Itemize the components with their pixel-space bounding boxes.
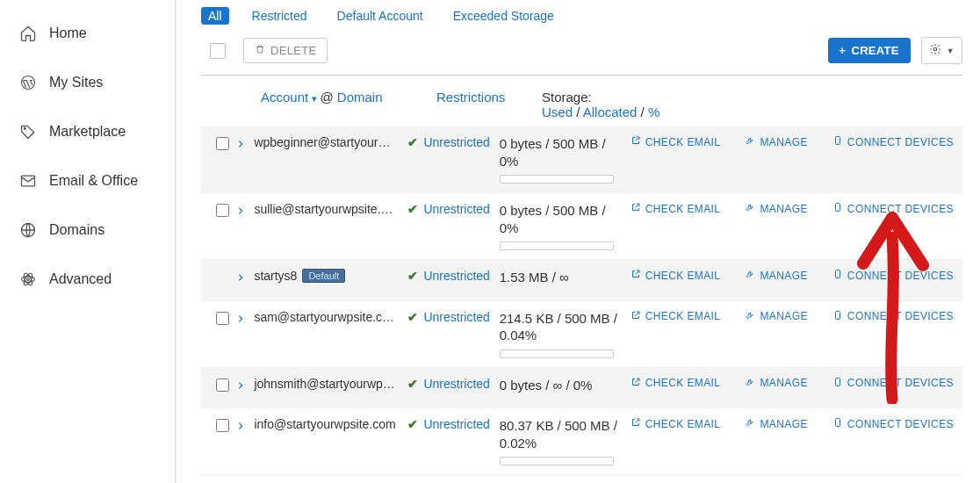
- external-link-icon: [631, 202, 641, 215]
- account-cell: startys8Default: [254, 269, 407, 283]
- expand-toggle[interactable]: [236, 310, 255, 326]
- nav-email-office[interactable]: Email & Office: [0, 156, 175, 205]
- restriction-cell: ✔ Unrestricted: [407, 417, 499, 431]
- filter-all[interactable]: All: [201, 7, 229, 25]
- filter-restricted[interactable]: Restricted: [245, 7, 314, 25]
- table-row: sam@startyourwpsite.com ✔ Unrestricted 2…: [201, 301, 962, 368]
- svg-point-1: [24, 127, 25, 129]
- connect-devices-action[interactable]: CONNECT DEVICES: [832, 135, 954, 148]
- wrench-icon: [745, 202, 755, 215]
- wrench-icon: [745, 269, 755, 282]
- manage-action[interactable]: MANAGE: [745, 377, 807, 390]
- connect-devices-action[interactable]: CONNECT DEVICES: [832, 202, 954, 215]
- storage-bar: [500, 175, 614, 184]
- select-all-checkbox[interactable]: [210, 43, 226, 59]
- restriction-link[interactable]: Unrestricted: [423, 202, 489, 216]
- restriction-cell: ✔ Unrestricted: [407, 269, 499, 283]
- header-percent[interactable]: %: [648, 105, 659, 119]
- device-icon: [832, 269, 843, 282]
- wrench-icon: [745, 377, 755, 390]
- storage-bar: [500, 457, 614, 465]
- restriction-link[interactable]: Unrestricted: [423, 417, 489, 431]
- nav-label: Domains: [49, 222, 104, 238]
- device-icon: [832, 202, 843, 215]
- header-used[interactable]: Used: [542, 105, 573, 119]
- row-checkbox[interactable]: [216, 419, 229, 432]
- external-link-icon: [631, 269, 641, 282]
- nav-my-sites[interactable]: My Sites: [0, 58, 175, 107]
- table-header: Account ▾ @ Domain Restrictions Storage:…: [201, 86, 962, 126]
- check-icon: ✔: [407, 377, 418, 391]
- expand-toggle[interactable]: [236, 269, 255, 285]
- expand-toggle[interactable]: [236, 417, 255, 433]
- trash-icon: [255, 44, 265, 57]
- wrench-icon: [745, 310, 755, 323]
- row-checkbox[interactable]: [216, 378, 229, 392]
- header-restrictions[interactable]: Restrictions: [436, 90, 542, 105]
- delete-button[interactable]: DELETE: [243, 38, 328, 63]
- expand-toggle[interactable]: [236, 135, 255, 151]
- svg-rect-2: [22, 176, 35, 186]
- expand-toggle[interactable]: [236, 202, 255, 218]
- nav-domains[interactable]: Domains: [0, 205, 175, 255]
- nav-label: My Sites: [49, 75, 103, 90]
- restriction-link[interactable]: Unrestricted: [423, 377, 489, 391]
- table-row: startys8Default ✔ Unrestricted 1.53 MB /…: [201, 260, 962, 301]
- manage-action[interactable]: MANAGE: [745, 202, 807, 215]
- connect-devices-action[interactable]: CONNECT DEVICES: [832, 310, 954, 323]
- storage-cell: 80.37 KB / 500 MB / 0.02%: [500, 417, 622, 465]
- connect-devices-action[interactable]: CONNECT DEVICES: [832, 269, 954, 282]
- restriction-link[interactable]: Unrestricted: [423, 310, 489, 324]
- connect-devices-action[interactable]: CONNECT DEVICES: [832, 417, 954, 430]
- toolbar: DELETE + CREATE ▼: [201, 37, 962, 76]
- expand-toggle[interactable]: [236, 377, 255, 393]
- storage-bar: [500, 350, 614, 358]
- check-email-action[interactable]: CHECK EMAIL: [631, 417, 721, 430]
- connect-devices-action[interactable]: CONNECT DEVICES: [832, 377, 954, 390]
- nav-advanced[interactable]: Advanced: [0, 255, 175, 304]
- filter-exceeded-storage[interactable]: Exceeded Storage: [446, 7, 561, 25]
- storage-cell: 214.5 KB / 500 MB / 0.04%: [500, 310, 622, 358]
- check-email-action[interactable]: CHECK EMAIL: [631, 269, 721, 282]
- check-icon: ✔: [407, 269, 418, 283]
- nav-label: Advanced: [49, 271, 112, 287]
- plus-icon: +: [839, 44, 847, 57]
- manage-action[interactable]: MANAGE: [745, 310, 807, 323]
- check-email-action[interactable]: CHECK EMAIL: [631, 202, 721, 215]
- storage-cell: 1.53 MB / ∞: [500, 269, 622, 292]
- manage-action[interactable]: MANAGE: [745, 269, 807, 282]
- check-email-action[interactable]: CHECK EMAIL: [631, 135, 721, 148]
- check-icon: ✔: [407, 135, 418, 149]
- filter-default-account[interactable]: Default Account: [330, 7, 430, 25]
- external-link-icon: [631, 417, 641, 430]
- check-icon: ✔: [407, 310, 418, 324]
- nav-marketplace[interactable]: Marketplace: [0, 107, 175, 156]
- manage-action[interactable]: MANAGE: [745, 135, 807, 148]
- nav-home[interactable]: Home: [0, 9, 175, 58]
- storage-cell: 0 bytes / 500 MB / 0%: [500, 135, 622, 184]
- default-badge: Default: [302, 269, 345, 283]
- row-checkbox[interactable]: [216, 312, 229, 325]
- nav-label: Email & Office: [49, 173, 138, 189]
- header-allocated[interactable]: Allocated: [583, 105, 638, 119]
- device-icon: [832, 417, 843, 430]
- storage-cell: 0 bytes / ∞ / 0%: [500, 377, 622, 400]
- header-account[interactable]: Account ▾ @ Domain: [261, 90, 436, 105]
- manage-action[interactable]: MANAGE: [745, 417, 807, 430]
- header-storage: Storage: Used / Allocated / %: [542, 90, 682, 119]
- row-checkbox[interactable]: [216, 204, 229, 217]
- check-email-action[interactable]: CHECK EMAIL: [631, 310, 721, 323]
- table-row: johnsmith@startyourwp… ✔ Unrestricted 0 …: [201, 368, 962, 409]
- gear-icon: [929, 43, 941, 58]
- create-button[interactable]: + CREATE: [828, 38, 911, 63]
- settings-button[interactable]: ▼: [921, 37, 962, 64]
- accounts-table: Account ▾ @ Domain Restrictions Storage:…: [201, 86, 962, 475]
- device-icon: [832, 377, 843, 390]
- restriction-link[interactable]: Unrestricted: [423, 269, 489, 283]
- wrench-icon: [745, 417, 755, 430]
- check-email-action[interactable]: CHECK EMAIL: [631, 377, 721, 390]
- check-icon: ✔: [407, 202, 418, 216]
- restriction-link[interactable]: Unrestricted: [423, 135, 489, 149]
- row-checkbox[interactable]: [216, 137, 229, 150]
- storage-cell: 0 bytes / 500 MB / 0%: [500, 202, 622, 250]
